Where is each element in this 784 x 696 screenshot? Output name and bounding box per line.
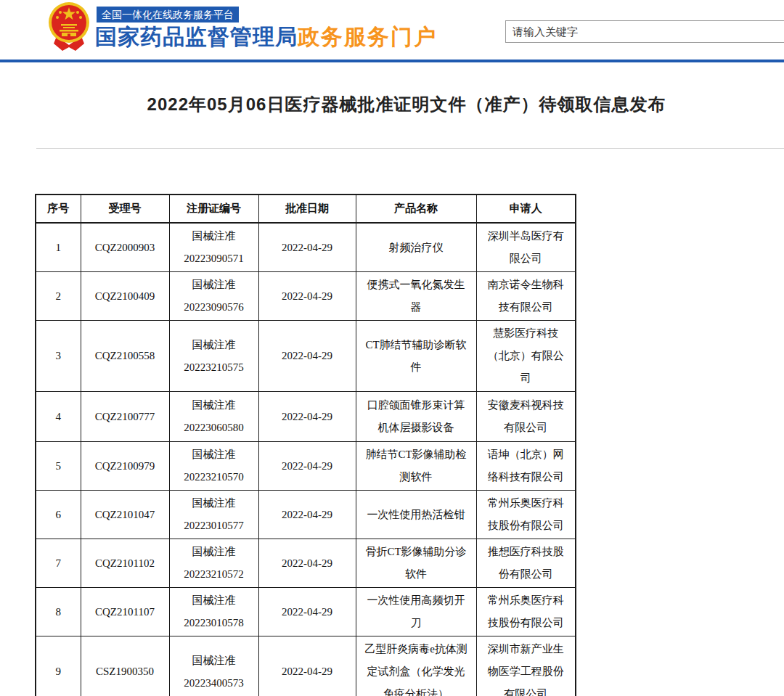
table-body: 1CQZ2000903国械注准 202230905712022-04-29射频治… (36, 223, 576, 696)
cell-index: 6 (36, 491, 81, 539)
cell-acceptance-no: CSZ1900350 (81, 636, 169, 696)
national-emblem-icon (46, 1, 91, 51)
column-header-registration_no: 注册证编号 (169, 195, 258, 223)
table-row: 8CQZ2101107国械注准 202230105782022-04-29一次性… (36, 588, 576, 636)
cell-product-name: 一次性使用热活检钳 (356, 491, 476, 539)
cell-registration-no: 国械注准 20223010578 (169, 588, 258, 636)
cell-acceptance-no: CQZ2000903 (81, 223, 169, 272)
platform-badge: 全国一体化在线政务服务平台 (97, 7, 239, 22)
cell-acceptance-no: CQZ2101047 (81, 491, 169, 539)
table-row: 2CQZ2100409国械注准 202230905762022-04-29便携式… (36, 272, 576, 321)
page-title: 2022年05月06日医疗器械批准证明文件（准产）待领取信息发布 (29, 93, 784, 116)
cell-index: 2 (36, 272, 81, 321)
cell-index: 9 (36, 636, 81, 696)
cell-registration-no: 国械注准 20223210570 (169, 442, 258, 491)
cell-acceptance-no: CQZ2100777 (81, 392, 169, 442)
table-row: 6CQZ2101047国械注准 202230105772022-04-29一次性… (36, 491, 576, 539)
column-header-product_name: 产品名称 (356, 195, 476, 223)
cell-approval-date: 2022-04-29 (258, 442, 356, 491)
cell-index: 8 (36, 588, 81, 636)
cell-registration-no: 国械注准 20223210572 (169, 539, 258, 588)
cell-applicant: 常州乐奥医疗科技股份有限公司 (476, 491, 576, 539)
cell-product-name: CT肺结节辅助诊断软件 (356, 321, 476, 392)
org-name-text: 国家药品监督管理局 (95, 25, 298, 49)
cell-acceptance-no: CQZ2100558 (81, 321, 169, 392)
cell-index: 1 (36, 223, 81, 272)
table-row: 7CQZ2101102国械注准 202232105722022-04-29骨折C… (36, 539, 576, 588)
search-input[interactable] (505, 20, 784, 43)
cell-product-name: 肺结节CT影像辅助检测软件 (356, 442, 476, 491)
table-row: 9CSZ1900350国械注准 202234005732022-04-29乙型肝… (36, 636, 576, 696)
column-header-applicant: 申请人 (476, 195, 576, 223)
cell-applicant: 慧影医疗科技（北京）有限公司 (476, 321, 576, 392)
cell-registration-no: 国械注准 20223210575 (169, 321, 258, 392)
cell-approval-date: 2022-04-29 (258, 272, 356, 321)
cell-acceptance-no: CQZ2101107 (81, 588, 169, 636)
site-header: 全国一体化在线政务服务平台 国家药品监督管理局政务服务门户 (0, 0, 784, 60)
portal-name-text: 政务服务门户 (298, 25, 437, 49)
cell-applicant: 语坤（北京）网络科技有限公司 (476, 442, 576, 491)
table-row: 5CQZ2100979国械注准 202232105702022-04-29肺结节… (36, 442, 576, 491)
table-row: 4CQZ2100777国械注准 202230605802022-04-29口腔颌… (36, 392, 576, 442)
cell-approval-date: 2022-04-29 (258, 636, 356, 696)
cell-registration-no: 国械注准 20223090571 (169, 223, 258, 272)
cell-approval-date: 2022-04-29 (258, 392, 356, 442)
header-divider (0, 60, 784, 62)
cell-registration-no: 国械注准 20223010577 (169, 491, 258, 539)
logo-line: 国家药品监督管理局政务服务门户 (95, 22, 437, 52)
cell-approval-date: 2022-04-29 (258, 539, 356, 588)
table-row: 3CQZ2100558国械注准 202232105752022-04-29CT肺… (36, 321, 576, 392)
approval-table: 序号受理号注册证编号批准日期产品名称申请人 1CQZ2000903国械注准 20… (35, 194, 576, 696)
cell-applicant: 安徽麦科视科技有限公司 (476, 392, 576, 442)
column-header-approval_date: 批准日期 (258, 195, 356, 223)
cell-applicant: 推想医疗科技股份有限公司 (476, 539, 576, 588)
cell-acceptance-no: CQZ2101102 (81, 539, 169, 588)
table-row: 1CQZ2000903国械注准 202230905712022-04-29射频治… (36, 223, 576, 272)
cell-acceptance-no: CQZ2100409 (81, 272, 169, 321)
cell-product-name: 便携式一氧化氮发生器 (356, 272, 476, 321)
cell-approval-date: 2022-04-29 (258, 223, 356, 272)
cell-product-name: 射频治疗仪 (356, 223, 476, 272)
cell-index: 5 (36, 442, 81, 491)
cell-index: 7 (36, 539, 81, 588)
cell-applicant: 常州乐奥医疗科技股份有限公司 (476, 588, 576, 636)
cell-product-name: 骨折CT影像辅助分诊软件 (356, 539, 476, 588)
main-content: 2022年05月06日医疗器械批准证明文件（准产）待领取信息发布 序号受理号注册… (0, 93, 784, 696)
cell-registration-no: 国械注准 20223060580 (169, 392, 258, 442)
cell-approval-date: 2022-04-29 (258, 588, 356, 636)
column-header-acceptance_no: 受理号 (81, 195, 169, 223)
cell-registration-no: 国械注准 20223400573 (169, 636, 258, 696)
cell-product-name: 一次性使用高频切开刀 (356, 588, 476, 636)
cell-acceptance-no: CQZ2100979 (81, 442, 169, 491)
cell-registration-no: 国械注准 20223090576 (169, 272, 258, 321)
cell-approval-date: 2022-04-29 (258, 491, 356, 539)
cell-applicant: 深圳市新产业生物医学工程股份有限公司 (476, 636, 576, 696)
table-header-row: 序号受理号注册证编号批准日期产品名称申请人 (36, 195, 576, 223)
cell-product-name: 口腔颌面锥形束计算机体层摄影设备 (356, 392, 476, 442)
page: 全国一体化在线政务服务平台 国家药品监督管理局政务服务门户 2022年05月06… (0, 0, 784, 696)
cell-product-name: 乙型肝炎病毒e抗体测定试剂盒（化学发光免疫分析法） (356, 636, 476, 696)
cell-applicant: 南京诺令生物科技有限公司 (476, 272, 576, 321)
section-divider (36, 148, 784, 149)
cell-index: 4 (36, 392, 81, 442)
cell-applicant: 深圳半岛医疗有限公司 (476, 223, 576, 272)
cell-index: 3 (36, 321, 81, 392)
cell-approval-date: 2022-04-29 (258, 321, 356, 392)
column-header-index: 序号 (36, 195, 81, 223)
